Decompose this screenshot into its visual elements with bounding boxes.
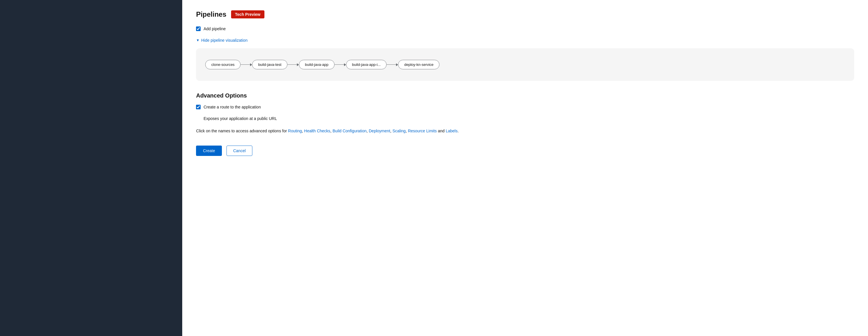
pipeline-task-build-java-app-i: build-java-app-i... — [346, 60, 387, 69]
chevron-down-icon: ▼ — [196, 38, 199, 42]
collapse-visualization-row[interactable]: ▼ Hide pipeline visualization — [196, 38, 854, 43]
routing-link[interactable]: Routing — [288, 129, 302, 133]
health-checks-link[interactable]: Health Checks — [304, 129, 330, 133]
advanced-links-prefix: Click on the names to access advanced op… — [196, 129, 288, 133]
advanced-options-title: Advanced Options — [196, 92, 854, 99]
hide-pipeline-visualization-link[interactable]: Hide pipeline visualization — [201, 38, 247, 43]
pipeline-visualization: clone-sources build-java-test build-java… — [196, 48, 854, 81]
pipeline-task-clone-sources: clone-sources — [205, 60, 241, 69]
pipeline-node-3: build-java-app-i... — [346, 60, 387, 69]
pipeline-edge-2 — [335, 63, 346, 66]
deployment-link[interactable]: Deployment — [369, 129, 390, 133]
button-row: Create Cancel — [196, 145, 854, 156]
scaling-link[interactable]: Scaling — [392, 129, 406, 133]
pipeline-node-2: build-java-app — [299, 60, 335, 69]
resource-limits-link[interactable]: Resource Limits — [408, 129, 437, 133]
create-route-row: Create a route to the application — [196, 105, 854, 109]
add-pipeline-row: Add pipeline — [196, 26, 854, 31]
create-route-section: Create a route to the application Expose… — [196, 105, 854, 121]
create-button[interactable]: Create — [196, 145, 222, 156]
route-description: Exposes your application at a public URL — [204, 116, 854, 121]
create-route-label: Create a route to the application — [204, 105, 261, 109]
pipeline-task-build-java-test: build-java-test — [252, 60, 287, 69]
tech-preview-badge: Tech Preview — [231, 10, 265, 19]
build-configuration-link[interactable]: Build Configuration — [333, 129, 367, 133]
sidebar — [0, 0, 182, 336]
create-route-checkbox[interactable] — [196, 105, 200, 109]
pipeline-edge-1 — [287, 63, 299, 66]
pipeline-task-build-java-app: build-java-app — [299, 60, 335, 69]
advanced-links-text: Click on the names to access advanced op… — [196, 128, 854, 134]
pipeline-task-deploy-kn-service: deploy-kn-service — [398, 60, 439, 69]
pipeline-node-4: deploy-kn-service — [398, 60, 439, 69]
main-content: Pipelines Tech Preview Add pipeline ▼ Hi… — [182, 0, 868, 336]
add-pipeline-label: Add pipeline — [204, 26, 226, 31]
pipeline-edge-3 — [386, 63, 398, 66]
pipeline-node-0: clone-sources — [205, 60, 241, 69]
page-header: Pipelines Tech Preview — [196, 10, 854, 19]
pipeline-edge-0 — [241, 63, 252, 66]
labels-link[interactable]: Labels — [446, 129, 458, 133]
cancel-button[interactable]: Cancel — [226, 145, 252, 156]
pipeline-node-1: build-java-test — [252, 60, 287, 69]
page-title: Pipelines — [196, 10, 226, 19]
add-pipeline-checkbox[interactable] — [196, 26, 200, 31]
